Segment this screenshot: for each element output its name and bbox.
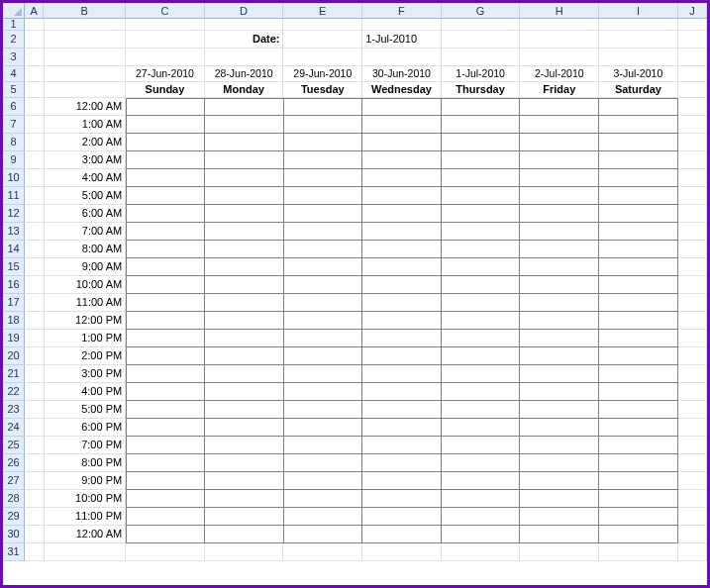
cell-G29[interactable] [442, 508, 521, 526]
cell-C6[interactable] [126, 98, 205, 116]
cell-H17[interactable] [520, 294, 599, 312]
row-header-9[interactable]: 9 [3, 151, 25, 169]
cell-D12[interactable] [205, 205, 284, 223]
cell-I18[interactable] [599, 312, 678, 330]
cell-H10[interactable] [520, 169, 599, 187]
cell-J1[interactable] [678, 19, 707, 31]
cell-F28[interactable] [362, 490, 442, 508]
cell-I4[interactable]: 3-Jul-2010 [599, 66, 678, 82]
cell-G2[interactable] [442, 31, 521, 49]
cell-G12[interactable] [442, 205, 521, 223]
cell-G14[interactable] [442, 241, 521, 258]
col-header-E[interactable]: E [283, 3, 362, 19]
cell-F19[interactable] [362, 330, 442, 347]
cell-F15[interactable] [362, 258, 442, 276]
cell-J12[interactable] [678, 205, 707, 223]
cell-I15[interactable] [599, 258, 678, 276]
cell-A21[interactable] [25, 365, 45, 383]
cell-A8[interactable] [25, 134, 45, 151]
cell-E7[interactable] [284, 116, 363, 134]
cell-B8[interactable]: 2:00 AM [45, 134, 127, 151]
cell-F20[interactable] [362, 347, 442, 365]
row-header-25[interactable]: 25 [3, 437, 25, 454]
row-header-21[interactable]: 21 [3, 365, 25, 383]
cell-F29[interactable] [362, 508, 442, 526]
cell-A28[interactable] [25, 490, 45, 508]
cell-A26[interactable] [25, 454, 45, 472]
cell-C5[interactable]: Sunday [126, 82, 205, 98]
cell-J5[interactable] [678, 82, 707, 98]
cell-A22[interactable] [25, 383, 45, 401]
cell-I17[interactable] [599, 294, 678, 312]
cell-B16[interactable]: 10:00 AM [45, 276, 127, 294]
cell-H25[interactable] [520, 437, 599, 454]
cell-H24[interactable] [520, 419, 599, 437]
cell-E27[interactable] [284, 472, 363, 490]
cell-C20[interactable] [126, 347, 205, 365]
cell-B27[interactable]: 9:00 PM [45, 472, 127, 490]
cell-J2[interactable] [678, 31, 707, 49]
cell-H2[interactable] [520, 31, 599, 49]
cell-D27[interactable] [205, 472, 284, 490]
cell-G22[interactable] [442, 383, 521, 401]
cell-G17[interactable] [442, 294, 521, 312]
cell-B10[interactable]: 4:00 AM [45, 169, 127, 187]
cell-G13[interactable] [442, 223, 521, 241]
cell-F27[interactable] [362, 472, 442, 490]
row-header-19[interactable]: 19 [3, 330, 25, 347]
row-header-1[interactable]: 1 [3, 19, 25, 31]
cell-C16[interactable] [126, 276, 205, 294]
cell-B6[interactable]: 12:00 AM [45, 98, 127, 116]
cell-D5[interactable]: Monday [205, 82, 284, 98]
cell-E20[interactable] [284, 347, 363, 365]
col-header-I[interactable]: I [599, 3, 678, 19]
cell-J8[interactable] [678, 134, 707, 151]
cell-G26[interactable] [442, 454, 521, 472]
cell-C21[interactable] [126, 365, 205, 383]
cell-I31[interactable] [599, 543, 678, 561]
cell-C31[interactable] [126, 543, 205, 561]
cell-D6[interactable] [205, 98, 284, 116]
cell-F30[interactable] [362, 526, 442, 543]
cell-H28[interactable] [520, 490, 599, 508]
cell-C19[interactable] [126, 330, 205, 347]
cell-I12[interactable] [599, 205, 678, 223]
cell-F6[interactable] [362, 98, 442, 116]
cell-E22[interactable] [284, 383, 363, 401]
cell-H20[interactable] [520, 347, 599, 365]
cell-A19[interactable] [25, 330, 45, 347]
cell-H16[interactable] [520, 276, 599, 294]
cell-J29[interactable] [678, 508, 707, 526]
cell-D21[interactable] [205, 365, 284, 383]
cell-J26[interactable] [678, 454, 707, 472]
cell-G16[interactable] [442, 276, 521, 294]
cell-I2[interactable] [599, 31, 678, 49]
cell-H14[interactable] [520, 241, 599, 258]
cell-C30[interactable] [126, 526, 205, 543]
cell-I13[interactable] [599, 223, 678, 241]
row-header-3[interactable]: 3 [3, 49, 25, 66]
cell-B24[interactable]: 6:00 PM [45, 419, 127, 437]
row-header-6[interactable]: 6 [3, 98, 25, 116]
col-header-B[interactable]: B [44, 3, 126, 19]
cell-I3[interactable] [599, 49, 678, 66]
col-header-C[interactable]: C [126, 3, 205, 19]
cell-B3[interactable] [45, 49, 127, 66]
cell-J18[interactable] [678, 312, 707, 330]
cell-D16[interactable] [205, 276, 284, 294]
cell-F5[interactable]: Wednesday [362, 82, 442, 98]
cell-E3[interactable] [283, 49, 362, 66]
cell-B11[interactable]: 5:00 AM [45, 187, 127, 205]
cell-J9[interactable] [678, 151, 707, 169]
cell-A5[interactable] [25, 82, 45, 98]
cell-I8[interactable] [599, 134, 678, 151]
cell-B25[interactable]: 7:00 PM [45, 437, 127, 454]
cell-I26[interactable] [599, 454, 678, 472]
cell-B1[interactable] [45, 19, 127, 31]
cell-A9[interactable] [25, 151, 45, 169]
cell-D11[interactable] [205, 187, 284, 205]
cell-C14[interactable] [126, 241, 205, 258]
cell-E16[interactable] [284, 276, 363, 294]
cell-B5[interactable] [45, 82, 127, 98]
cell-A7[interactable] [25, 116, 45, 134]
